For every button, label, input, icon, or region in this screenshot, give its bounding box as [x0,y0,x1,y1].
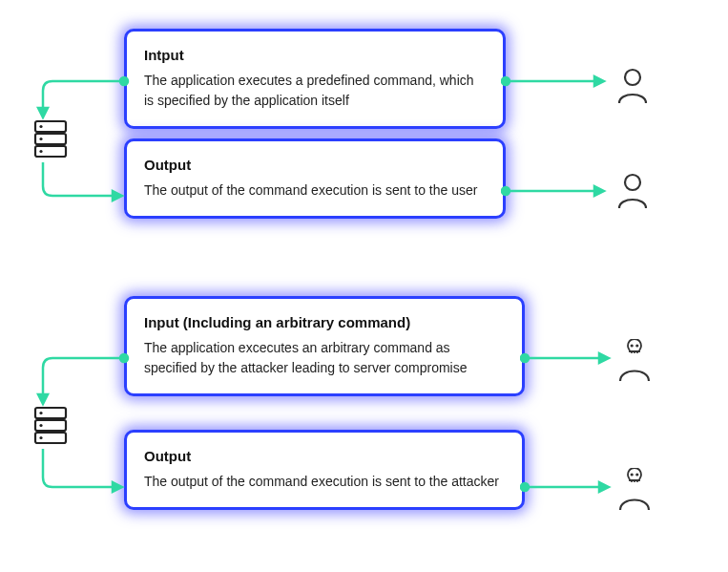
svg-point-13 [502,187,510,195]
card-body: The output of the command execution is s… [144,180,486,201]
svg-point-11 [502,77,510,85]
svg-marker-37 [599,482,609,492]
card-attack-output: Output The output of the command executi… [124,430,525,510]
card-attack-input: Input (Including an arbitrary command) T… [124,296,525,396]
svg-marker-10 [113,191,122,201]
svg-point-36 [521,483,529,491]
scenario-attack: Input (Including an arbitrary command) T… [0,296,728,544]
card-body: The output of the command execution is s… [144,472,505,492]
svg-marker-35 [599,353,609,363]
card-body: The application executes a predefined co… [144,71,486,111]
svg-marker-33 [113,482,122,492]
svg-point-8 [120,77,128,85]
svg-marker-32 [38,394,48,404]
svg-point-34 [521,354,529,362]
flow-left [0,29,134,248]
card-normal-input: Intput The application executes a predef… [124,29,506,129]
flow-right [501,29,634,248]
card-title: Output [144,157,486,173]
flow-right [520,296,654,544]
card-title: Output [144,448,505,464]
card-title: Intput [144,47,486,63]
svg-marker-9 [38,108,48,117]
scenario-normal: Intput The application executes a predef… [0,29,728,248]
svg-marker-12 [594,76,604,86]
svg-marker-14 [594,186,604,196]
svg-point-31 [120,354,128,362]
flow-left [0,296,134,544]
card-normal-output: Output The output of the command executi… [124,138,506,219]
card-title: Input (Including an arbitrary command) [144,314,505,330]
card-body: The application excecutes an arbitrary c… [144,338,505,378]
